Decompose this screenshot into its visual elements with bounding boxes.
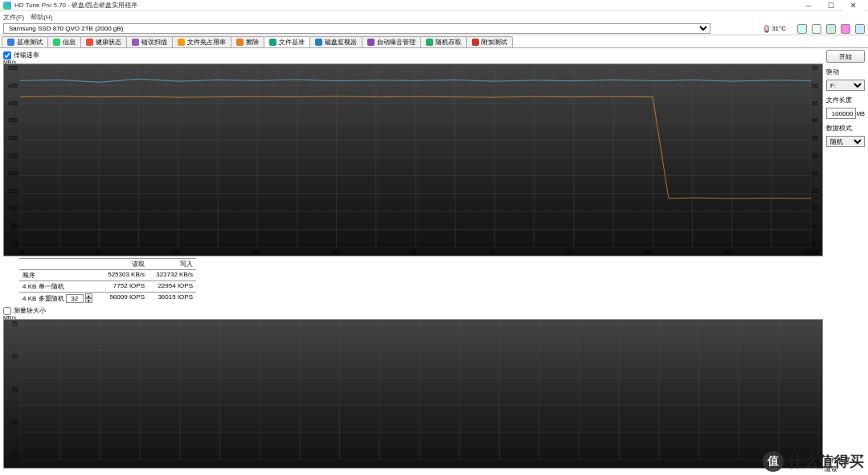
gear-icon[interactable] <box>841 24 850 34</box>
tab-erase[interactable]: 擦除 <box>231 36 264 47</box>
blocksize-checkbox[interactable] <box>3 307 11 315</box>
x-axis: 0102030405060708090100gB <box>20 249 819 257</box>
menu-help[interactable]: 帮助(H) <box>31 13 52 22</box>
spin-down[interactable]: ▼ <box>85 298 92 303</box>
row-seq-read: 525303 KB/s <box>100 269 148 280</box>
monitor-icon <box>315 39 322 46</box>
filelen-label: 文件长度 <box>826 96 865 104</box>
gauge-icon <box>7 39 14 46</box>
drive-label: 驱动 <box>826 68 865 76</box>
pattern-label: 数据模式 <box>826 124 865 133</box>
window-title: HD Tune Pro 5.70 - 硬盘/固态硬盘实用程序 <box>14 1 797 10</box>
drive-letter-select[interactable]: F: <box>826 80 865 91</box>
row-4km-write: 36015 IOPS <box>148 292 196 304</box>
chart-svg-2 <box>20 323 819 460</box>
transfer-rate-checkbox-row[interactable]: 传输速率 <box>3 50 823 60</box>
row-seq-write: 323732 KB/s <box>148 269 196 280</box>
transfer-rate-checkbox[interactable] <box>3 51 11 59</box>
y-axis-right: 555045403530252015105 <box>810 64 823 246</box>
y-axis-left: 500450400350300250200150100500 <box>3 64 19 246</box>
close-button[interactable]: ✕ <box>842 0 865 11</box>
tab-diskmonitor[interactable]: 磁盘监视器 <box>309 36 362 47</box>
random-icon <box>426 39 433 46</box>
side-panel: 开始 驱动 F: 文件长度 MB 数据模式 随机 <box>826 50 865 473</box>
minimize-button[interactable]: ─ <box>797 0 820 11</box>
row-4k1-write: 22954 IOPS <box>148 280 196 292</box>
blocksize-checkbox-row[interactable]: 测量块大小 <box>3 305 823 316</box>
blocksize-label: 测量块大小 <box>14 306 46 315</box>
toolbar: Samsung SSD 870 QVO 2TB (2000 gB) 31°C <box>0 23 868 35</box>
scan-icon <box>132 39 139 46</box>
temperature-chip: 31°C <box>764 25 786 33</box>
tab-extra[interactable]: 附加测试 <box>466 36 513 47</box>
col-read: 读取 <box>100 258 148 269</box>
app-icon <box>3 2 11 10</box>
filelen-unit: MB <box>857 111 866 117</box>
exit-icon[interactable] <box>855 24 865 34</box>
filelen-input[interactable] <box>826 108 856 119</box>
tab-folderusage[interactable]: 文件夹占用率 <box>172 36 231 47</box>
tab-health[interactable]: 健康状态 <box>80 36 127 47</box>
tab-randomaccess[interactable]: 随机存取 <box>420 36 467 47</box>
row-4km-label: 4 KB 多重随机 ▲▼ <box>19 292 100 304</box>
bottom-right-info: 文件长度 随读 <box>825 456 863 473</box>
tabstrip: 基准测试 信息 健康状态 错误扫描 文件夹占用率 擦除 文件基准 磁盘监视器 自… <box>0 35 868 48</box>
folder-icon <box>178 39 185 46</box>
start-button[interactable]: 开始 <box>826 50 865 63</box>
results-table: 读取 写入 顺序 525303 KB/s 323732 KB/s 4 KB 单一… <box>19 258 823 304</box>
plus-icon <box>472 39 479 46</box>
queue-depth-stepper[interactable]: ▲▼ <box>66 293 92 303</box>
col-write: 写入 <box>148 258 196 269</box>
transfer-rate-label: 传输速率 <box>14 51 39 59</box>
drive-select[interactable]: Samsung SSD 870 QVO 2TB (2000 gB) <box>3 23 710 34</box>
tab-filebenchmark[interactable]: 文件基准 <box>264 36 310 47</box>
pattern-select[interactable]: 随机 <box>826 136 865 147</box>
save-icon[interactable] <box>826 24 836 34</box>
row-4km-read: 56009 IOPS <box>100 292 148 304</box>
copy-icon[interactable] <box>797 24 807 34</box>
thermometer-icon <box>764 25 769 33</box>
erase-icon <box>236 39 244 46</box>
blocksize-chart: 252015105 <box>3 319 823 469</box>
sound-icon <box>367 39 375 46</box>
menu-file[interactable]: 文件(F) <box>3 13 24 22</box>
camera-icon[interactable] <box>812 24 821 34</box>
file-icon <box>269 39 276 46</box>
titlebar: HD Tune Pro 5.70 - 硬盘/固态硬盘实用程序 ─ ☐ ✕ <box>0 0 868 11</box>
row-seq-label: 顺序 <box>19 269 100 280</box>
heart-icon <box>86 39 93 46</box>
tab-info[interactable]: 信息 <box>47 36 81 47</box>
menubar: 文件(F) 帮助(H) <box>0 11 868 23</box>
row-4k1-label: 4 KB 单一随机 <box>19 280 100 292</box>
tab-aam[interactable]: 自动噪音管理 <box>362 36 421 47</box>
tab-benchmark[interactable]: 基准测试 <box>2 36 48 47</box>
row-4k1-read: 7752 IOPS <box>100 280 148 292</box>
chart-svg <box>20 68 811 248</box>
tab-errorscan[interactable]: 错误扫描 <box>126 36 173 47</box>
maximize-button[interactable]: ☐ <box>820 0 842 11</box>
temperature-value: 31°C <box>772 25 786 32</box>
y-axis-left-2: 252015105 <box>3 320 19 458</box>
queue-depth-input[interactable] <box>66 294 84 303</box>
info-icon <box>53 39 60 46</box>
transfer-rate-chart: 500450400350300250200150100500 555045403… <box>3 63 823 256</box>
